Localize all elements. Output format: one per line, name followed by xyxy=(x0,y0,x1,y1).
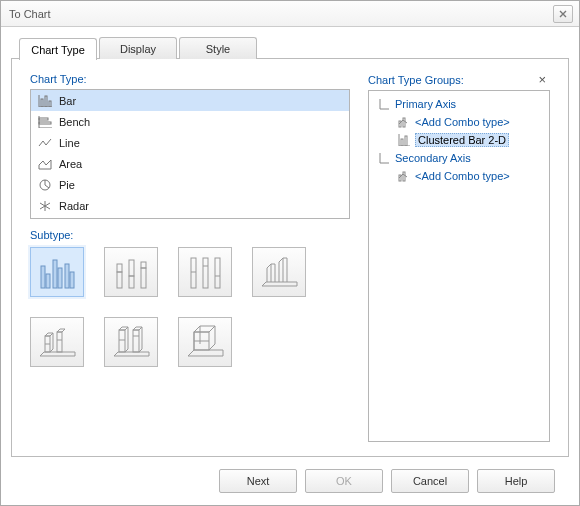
close-icon xyxy=(558,9,568,19)
line-icon xyxy=(37,136,53,150)
svg-rect-19 xyxy=(58,268,62,288)
groups-label: Chart Type Groups: xyxy=(368,74,464,86)
list-item-label: Pie xyxy=(59,179,75,191)
window-title: To Chart xyxy=(9,8,553,20)
tree-label: <Add Combo type> xyxy=(415,116,510,128)
svg-rect-22 xyxy=(117,272,122,288)
svg-rect-21 xyxy=(70,272,74,288)
groups-tree[interactable]: Primary Axis <Add Combo type> Clustered … xyxy=(368,90,550,442)
stacked-3d-icon xyxy=(111,324,151,360)
svg-rect-28 xyxy=(191,258,196,288)
subtype-clustered-2d[interactable] xyxy=(30,247,84,297)
list-item-pie[interactable]: Pie xyxy=(31,174,349,195)
svg-rect-23 xyxy=(117,264,122,272)
button-label: Cancel xyxy=(413,475,447,487)
subtype-clustered-3d[interactable] xyxy=(252,247,306,297)
list-item-radar[interactable]: Radar xyxy=(31,195,349,216)
subtype-percent-3d[interactable] xyxy=(178,317,232,367)
svg-rect-47 xyxy=(403,118,405,127)
tree-add-combo-secondary[interactable]: <Add Combo type> xyxy=(373,167,545,185)
left-column: Chart Type: Bar Bench xyxy=(30,73,350,442)
tree-label: Primary Axis xyxy=(395,98,456,110)
groups-close-button[interactable]: × xyxy=(538,73,546,86)
svg-rect-50 xyxy=(401,139,403,146)
svg-rect-27 xyxy=(141,262,146,268)
tab-strip: Chart Type Display Style xyxy=(19,37,569,59)
tree-add-combo-primary[interactable]: <Add Combo type> xyxy=(373,113,545,131)
chart-type-list[interactable]: Bar Bench Line xyxy=(30,89,350,219)
svg-marker-9 xyxy=(39,160,51,169)
svg-rect-40 xyxy=(133,330,139,352)
chart-type-label: Chart Type: xyxy=(30,73,350,85)
svg-rect-17 xyxy=(46,274,50,288)
svg-rect-25 xyxy=(129,260,134,276)
button-label: Next xyxy=(247,475,270,487)
tree-label: Clustered Bar 2-D xyxy=(415,133,509,147)
tab-panel: Chart Type: Bar Bench xyxy=(11,58,569,457)
close-button[interactable] xyxy=(553,5,573,23)
stacked-2d-icon xyxy=(111,254,151,290)
svg-rect-30 xyxy=(203,258,208,288)
area-icon xyxy=(37,157,53,171)
dialog: To Chart Chart Type Display Style Chart … xyxy=(0,0,580,506)
svg-rect-55 xyxy=(403,172,405,181)
ok-button[interactable]: OK xyxy=(305,469,383,493)
svg-rect-4 xyxy=(49,101,51,107)
cancel-button[interactable]: Cancel xyxy=(391,469,469,493)
axis-icon xyxy=(377,152,391,164)
help-button[interactable]: Help xyxy=(477,469,555,493)
svg-rect-24 xyxy=(129,276,134,288)
percent-2d-icon xyxy=(185,254,225,290)
subtype-percent-2d[interactable] xyxy=(178,247,232,297)
svg-line-12 xyxy=(45,185,49,188)
svg-rect-51 xyxy=(405,136,407,146)
list-item-label: Radar xyxy=(59,200,89,212)
tab-label: Display xyxy=(120,43,156,55)
svg-rect-35 xyxy=(57,332,62,352)
svg-rect-8 xyxy=(39,122,51,124)
svg-rect-20 xyxy=(65,264,69,288)
clustered-3d-icon xyxy=(259,254,299,290)
list-item-label: Line xyxy=(59,137,80,149)
tree-label: Secondary Axis xyxy=(395,152,471,164)
tab-style[interactable]: Style xyxy=(179,37,257,59)
percent-3d-icon xyxy=(185,324,225,360)
next-button[interactable]: Next xyxy=(219,469,297,493)
tree-label: <Add Combo type> xyxy=(415,170,510,182)
svg-rect-32 xyxy=(215,258,220,288)
list-item-bar[interactable]: Bar xyxy=(31,90,349,111)
subtype-stacked-2d[interactable] xyxy=(104,247,158,297)
tab-display[interactable]: Display xyxy=(99,37,177,59)
list-item-bench[interactable]: Bench xyxy=(31,111,349,132)
bar-icon xyxy=(37,94,53,108)
axis-icon xyxy=(377,98,391,110)
svg-rect-3 xyxy=(45,96,47,107)
right-column: Chart Type Groups: × Primary Axis xyxy=(368,73,550,442)
subtype-stacked-3d-grouped[interactable] xyxy=(30,317,84,367)
subtype-label: Subtype: xyxy=(30,229,350,241)
list-item-label: Area xyxy=(59,158,82,170)
list-item-line[interactable]: Line xyxy=(31,132,349,153)
subtype-stacked-3d[interactable] xyxy=(104,317,158,367)
subtype-grid xyxy=(30,247,350,367)
svg-rect-18 xyxy=(53,260,57,288)
list-item-label: Bench xyxy=(59,116,90,128)
button-label: OK xyxy=(336,475,352,487)
tab-chart-type[interactable]: Chart Type xyxy=(19,38,97,60)
svg-rect-26 xyxy=(141,268,146,288)
button-row: Next OK Cancel Help xyxy=(11,457,569,505)
tree-primary-axis[interactable]: Primary Axis xyxy=(373,95,545,113)
clustered-2d-icon xyxy=(37,254,77,290)
bar-icon xyxy=(397,134,411,146)
groups-header: Chart Type Groups: × xyxy=(368,73,550,86)
tree-clustered-bar-2d[interactable]: Clustered Bar 2-D xyxy=(373,131,545,149)
bench-icon xyxy=(37,115,53,129)
dialog-body: Chart Type Display Style Chart Type: Bar xyxy=(1,27,579,505)
add-combo-icon xyxy=(397,170,411,182)
svg-rect-38 xyxy=(119,330,125,352)
radar-icon xyxy=(37,199,53,213)
list-item-area[interactable]: Area xyxy=(31,153,349,174)
svg-rect-7 xyxy=(39,118,48,120)
titlebar: To Chart xyxy=(1,1,579,27)
tree-secondary-axis[interactable]: Secondary Axis xyxy=(373,149,545,167)
